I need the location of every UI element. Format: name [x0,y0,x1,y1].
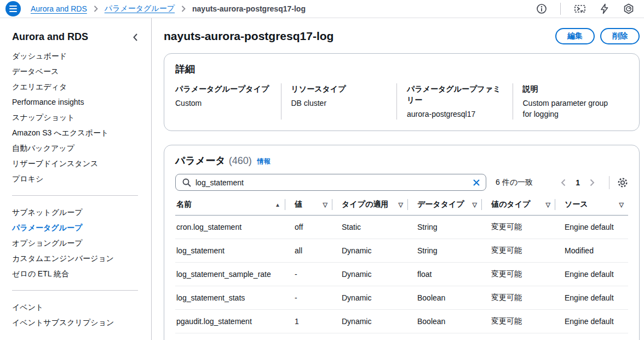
menu-icon[interactable] [5,1,21,16]
cell-source: Engine default [555,310,628,333]
cell-source: Engine default [555,286,628,310]
sort-icon[interactable]: ▽ [323,201,327,208]
page-next-icon[interactable] [584,179,600,186]
cell-apply-type: Dynamic [332,263,407,286]
cell-data-type: Boolean [407,333,481,340]
sidebar-item-parameter-groups[interactable]: パラメータグループ [12,220,138,235]
field-label: パラメータグループファミリー [407,83,503,105]
sort-icon[interactable]: ▽ [546,201,550,208]
parameters-count: (460) [229,155,252,167]
cell-name: log_statement [175,239,285,263]
details-heading: 詳細 [175,63,628,76]
chevron-right-icon [181,5,186,12]
field-value: DB cluster [291,98,387,109]
cell-apply-type: Dynamic [332,286,407,310]
cell-name: log_statement_stats [175,286,285,310]
lightning-icon[interactable] [599,3,610,14]
parameters-table: 名前▲ 値▽ タイプの適用▽ データタイプ▽ 値のタイプ▽ ソース▽ cron.… [175,194,628,340]
sidebar-title: Aurora and RDS [12,31,88,43]
search-input[interactable] [196,178,468,187]
sidebar-item-reserved-instances[interactable]: リザーブドインスタンス [12,156,138,171]
column-header-source[interactable]: ソース▽ [555,194,628,216]
sidebar-divider [12,290,138,291]
cell-value: all [285,239,332,263]
breadcrumb-link-parameter-groups[interactable]: パラメータグループ [105,4,175,14]
column-header-data-type[interactable]: データタイプ▽ [407,194,481,216]
cell-value: - [285,263,332,286]
sidebar-item-subnet-groups[interactable]: サブネットグループ [12,205,138,220]
field-value: Custom [175,98,271,109]
cell-source: Engine default [555,216,628,239]
column-header-name[interactable]: 名前▲ [175,194,285,216]
sidebar-item-events[interactable]: イベント [12,299,138,315]
info-icon[interactable] [536,3,547,14]
cell-data-type: Boolean [407,310,481,333]
match-count: 6 件の一致 [496,178,533,188]
sidebar-item-proxies[interactable]: プロキシ [12,171,138,186]
table-header-row: 名前▲ 値▽ タイプの適用▽ データタイプ▽ 値のタイプ▽ ソース▽ [175,194,628,216]
sidebar-item-snapshots[interactable]: スナップショット [12,110,138,125]
parameter-search[interactable] [175,174,486,191]
cell-source: Modified [555,239,628,263]
gear-icon[interactable] [617,177,628,188]
breadcrumb-link-aurora-rds[interactable]: Aurora and RDS [31,4,87,13]
cell-source: Engine default [555,263,628,286]
page-title: nayuts-aurora-postgresq17-log [164,30,334,43]
sidebar-item-query-editor[interactable]: クエリエディタ [12,79,138,94]
sidebar-collapse-icon[interactable] [133,33,138,42]
cloudshell-icon[interactable] [574,3,586,14]
table-row[interactable]: pgaudit.log_statement 1 Dynamic Boolean … [175,310,628,333]
cell-name: log_statement_sample_rate [175,263,285,286]
table-row[interactable]: log_statement_sample_rate - Dynamic floa… [175,263,628,286]
cell-value-type: 変更可能 [481,310,555,333]
table-row[interactable]: pgaudit.log_statement_once - Dynamic Boo… [175,333,628,340]
sidebar: Aurora and RDS ダッシュボード データベース クエリエディタ Pe… [0,18,152,340]
table-row[interactable]: cron.log_statement off Static String 変更可… [175,216,628,239]
sidebar-item-databases[interactable]: データベース [12,64,138,79]
cell-value: - [285,333,332,340]
sidebar-item-dashboard[interactable]: ダッシュボード [12,48,138,64]
sidebar-item-custom-engine-versions[interactable]: カスタムエンジンバージョン [12,251,138,266]
field-value: aurora-postgresql17 [407,109,503,120]
pagination: 1 [555,176,628,189]
sort-ascending-icon[interactable]: ▲ [275,202,280,208]
sort-icon[interactable]: ▽ [473,201,477,208]
settings-icon[interactable] [623,3,634,14]
sidebar-divider [12,195,138,196]
column-header-value-type[interactable]: 値のタイプ▽ [481,194,555,216]
topbar-divider [560,3,561,15]
field-value: Custom parameter group for logging [523,98,619,120]
sidebar-item-automated-backups[interactable]: 自動バックアップ [12,140,138,156]
clear-search-icon[interactable] [473,179,480,186]
toolbar-divider [609,176,610,189]
cell-name: pgaudit.log_statement [175,310,285,333]
parameters-card: パラメータ (460) 情報 6 件の一致 [164,145,640,340]
current-page[interactable]: 1 [571,178,584,187]
sort-icon[interactable]: ▽ [399,201,403,208]
sidebar-item-event-subscriptions[interactable]: イベントサブスクリプション [12,315,138,330]
field-label: 説明 [523,83,619,94]
main-content: nayuts-aurora-postgresq17-log 編集 削除 詳細 パ… [152,18,644,340]
cell-apply-type: Dynamic [332,239,407,263]
sidebar-item-option-groups[interactable]: オプショングループ [12,235,138,251]
sidebar-item-performance-insights[interactable]: Performance insights [12,94,138,110]
table-row[interactable]: log_statement all Dynamic String 変更可能 Mo… [175,239,628,263]
page-prev-icon[interactable] [555,179,571,186]
sidebar-item-export-s3[interactable]: Amazon S3 へエクスポート [12,125,138,140]
field-label: リソースタイプ [291,83,387,94]
delete-button[interactable]: 削除 [600,28,640,44]
field-parameter-group-type: パラメータグループタイプ Custom [175,83,281,120]
table-row[interactable]: log_statement_stats - Dynamic Boolean 変更… [175,286,628,310]
sort-icon[interactable]: ▽ [619,201,624,208]
cell-value-type: 変更可能 [481,333,555,340]
column-header-value[interactable]: 値▽ [285,194,332,216]
sidebar-item-zero-etl[interactable]: ゼロの ETL 統合 [12,266,138,281]
cell-apply-type: Dynamic [332,310,407,333]
cell-apply-type: Static [332,216,407,239]
cell-value: 1 [285,310,332,333]
edit-button[interactable]: 編集 [555,28,595,44]
info-link[interactable]: 情報 [257,157,271,166]
field-resource-type: リソースタイプ DB cluster [281,83,397,120]
column-header-apply-type[interactable]: タイプの適用▽ [332,194,407,216]
field-parameter-group-family: パラメータグループファミリー aurora-postgresql17 [396,83,513,120]
